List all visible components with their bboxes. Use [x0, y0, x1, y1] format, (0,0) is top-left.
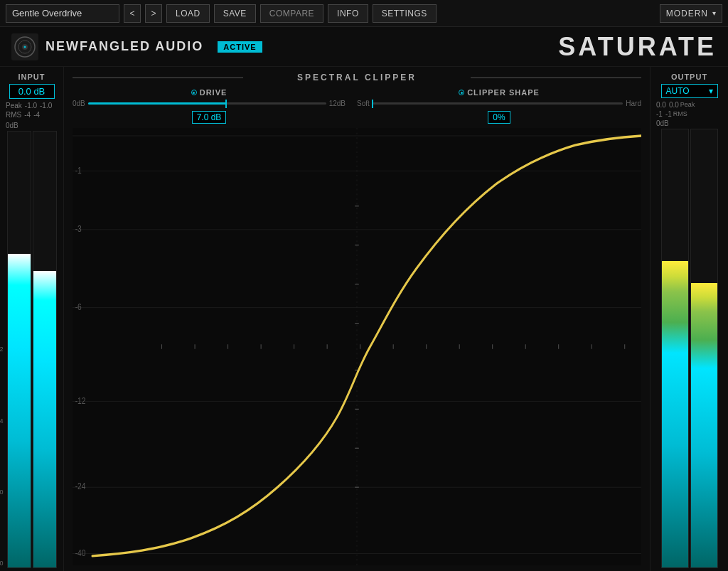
svg-text:-3: -3 [75, 224, 82, 233]
drive-label: DRIVE [200, 88, 228, 97]
preset-name-input[interactable] [6, 4, 119, 23]
svg-point-4 [24, 46, 26, 48]
clipper-slider-row: Soft Hard [357, 100, 641, 107]
output-rms-row: -1 -1 RMS [653, 110, 725, 118]
output-label: OUTPUT [671, 73, 707, 81]
clipper-slider[interactable] [373, 102, 623, 105]
clipper-label: CLIPPER SHAPE [467, 88, 540, 97]
clipper-shape-control: CLIPPER SHAPE Soft Hard 0% [346, 88, 641, 124]
scale-m6: -6 [0, 274, 4, 282]
curve-svg: -1 -3 -6 -12 -24 -40 [73, 128, 641, 565]
output-meter-r-fill [691, 283, 717, 567]
compare-button[interactable]: COMPARE [260, 4, 323, 23]
input-peak-r: -1.0 [40, 102, 52, 110]
mode-select[interactable]: MODERN ▾ [660, 4, 722, 23]
input-odb-label: 0dB [3, 122, 18, 129]
nav-prev-button[interactable]: < [124, 4, 141, 23]
drive-max-label: 12dB [329, 100, 346, 107]
main-area: INPUT 0.0 dB Peak -1.0 -1.0 RMS -4 -4 0d… [0, 67, 728, 571]
header: NEWFANGLED AUDIO ACTIVE SATURATE [0, 27, 728, 67]
svg-text:-6: -6 [75, 302, 82, 311]
clipper-value[interactable]: 0% [488, 111, 510, 124]
controls-row: DRIVE 0dB 12dB 7.0 dB [73, 88, 641, 124]
input-db-display[interactable]: 0.0 dB [9, 84, 55, 99]
input-rms-l: -4 [24, 111, 31, 119]
mode-label: MODERN [666, 9, 708, 18]
input-peak-l: -1.0 [25, 102, 37, 110]
clipper-dot [459, 90, 464, 95]
clipper-max-label: Hard [626, 100, 641, 107]
nav-next-button[interactable]: > [145, 4, 162, 23]
input-rms-r: -4 [33, 111, 40, 119]
input-scale: -1 -3 -6 -12 -24 -40 -60 [0, 131, 4, 568]
svg-text:-1: -1 [75, 166, 82, 175]
clipper-slider-thumb [372, 100, 373, 108]
scale-m40: -40 [0, 489, 4, 496]
scale-m24: -24 [0, 417, 4, 425]
drive-min-label: 0dB [73, 100, 85, 107]
input-meter-r-fill [33, 271, 56, 567]
drive-slider-thumb [225, 100, 227, 108]
output-rms-r: -1 [665, 110, 672, 118]
brand-name: NEWFANGLED AUDIO [46, 39, 203, 54]
plugin-title: SATURATE [558, 32, 717, 62]
svg-text:-24: -24 [75, 482, 86, 491]
input-peak-rms: Peak -1.0 -1.0 RMS -4 -4 [3, 102, 60, 119]
clipper-header: CLIPPER SHAPE [459, 88, 540, 97]
drive-slider[interactable] [88, 102, 326, 105]
output-peak-label: Peak [680, 101, 695, 109]
output-meter-area: -1 -3 -6 -12 -24 -40 -60 [661, 129, 718, 568]
input-meter-l [7, 131, 31, 568]
output-rms-l: -1 [656, 110, 663, 118]
output-mode-select[interactable]: AUTO ▾ [661, 84, 718, 98]
speaker-icon [11, 33, 38, 60]
curve-area: -1 -3 -6 -12 -24 -40 [73, 128, 641, 565]
output-meter-l-fill [662, 261, 688, 567]
output-meter-l [661, 129, 689, 568]
drive-header: DRIVE [191, 88, 228, 97]
output-db-l: 0.0 [656, 101, 666, 109]
input-rms-label: RMS [6, 111, 21, 119]
mode-arrow-icon: ▾ [712, 9, 716, 17]
info-button[interactable]: INFO [328, 4, 368, 23]
input-peak-label: Peak [6, 102, 22, 110]
scale-m12: -12 [0, 346, 4, 353]
top-bar: < > LOAD SAVE COMPARE INFO SETTINGS MODE… [0, 0, 728, 27]
output-rms-label: RMS [673, 110, 687, 118]
logo-area: NEWFANGLED AUDIO ACTIVE [11, 33, 262, 60]
drive-dot [191, 90, 197, 95]
input-meter-l-fill [8, 254, 31, 567]
drive-control: DRIVE 0dB 12dB 7.0 dB [73, 88, 346, 124]
settings-button[interactable]: SETTINGS [373, 4, 437, 23]
center-area: SPECTRAL CLIPPER DRIVE 0dB 12dB [64, 67, 650, 571]
drive-slider-fill [88, 102, 226, 105]
svg-text:-12: -12 [75, 396, 86, 405]
clipper-min-label: Soft [357, 100, 370, 107]
drive-value[interactable]: 7.0 dB [192, 111, 227, 124]
scale-m60: -60 [0, 560, 4, 567]
output-mode-label: AUTO [666, 86, 690, 96]
svg-text:-40: -40 [75, 548, 86, 557]
output-meter-r [690, 129, 718, 568]
save-button[interactable]: SAVE [214, 4, 256, 23]
output-peak-rms: 0.0 0.0 Peak [653, 101, 725, 109]
spectral-clipper-label: SPECTRAL CLIPPER [73, 73, 641, 82]
output-mode-arrow-icon: ▾ [709, 86, 713, 96]
scale-m1: -1 [0, 132, 4, 139]
output-section: OUTPUT AUTO ▾ 0.0 0.0 Peak -1 -1 RMS 0dB… [650, 67, 728, 571]
input-section: INPUT 0.0 dB Peak -1.0 -1.0 RMS -4 -4 0d… [0, 67, 64, 571]
load-button[interactable]: LOAD [166, 4, 210, 23]
active-badge[interactable]: ACTIVE [218, 41, 262, 53]
output-odb-label: 0dB [653, 119, 669, 127]
input-meter-r [33, 131, 57, 568]
input-label: INPUT [18, 73, 46, 81]
output-db-r: 0.0 [669, 101, 679, 109]
drive-slider-row: 0dB 12dB [73, 100, 346, 107]
scale-m3: -3 [0, 203, 4, 210]
